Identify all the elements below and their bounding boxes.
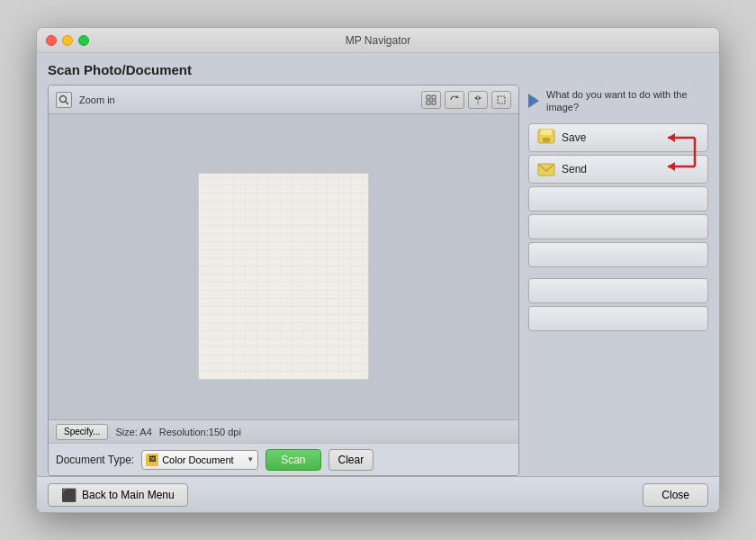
svg-rect-2 (427, 95, 430, 99)
send-icon (536, 160, 556, 178)
save-action-button[interactable]: Save (528, 123, 708, 152)
maximize-window-button[interactable] (78, 35, 89, 46)
doc-type-row: Document Type: 🖼 Color Document ▼ Scan C… (49, 443, 518, 475)
close-window-button[interactable] (46, 35, 57, 46)
minimize-window-button[interactable] (62, 35, 73, 46)
action-empty-1 (528, 186, 708, 212)
scan-document (198, 173, 369, 380)
close-button[interactable]: Close (643, 483, 708, 507)
svg-rect-5 (432, 101, 436, 104)
specify-button[interactable]: Specify... (56, 424, 108, 440)
action-empty-3 (528, 242, 708, 267)
right-panel-title: What do you want to do with the image? (546, 88, 708, 114)
right-panel: What do you want to do with the image? S (528, 85, 708, 476)
svg-rect-3 (432, 95, 436, 99)
mirror-button[interactable] (468, 91, 488, 109)
svg-marker-9 (479, 96, 482, 100)
svg-point-0 (60, 95, 67, 102)
svg-line-1 (66, 101, 69, 104)
save-icon (536, 129, 556, 147)
main-row: Zoom in (48, 85, 708, 476)
page-title: Scan Photo/Document (48, 62, 708, 77)
window-title: MP Navigator (346, 34, 410, 47)
blue-arrow-icon (528, 94, 539, 108)
back-label: Back to Main Menu (82, 489, 175, 501)
title-bar: MP Navigator (37, 28, 719, 53)
scan-document-content (199, 174, 368, 379)
traffic-lights (46, 35, 89, 46)
svg-rect-4 (427, 101, 430, 104)
right-panel-header: What do you want to do with the image? (528, 85, 708, 120)
action-empty-5 (528, 306, 708, 331)
doc-type-label: Document Type: (56, 454, 134, 466)
zoom-icon (56, 92, 72, 108)
content-area: Scan Photo/Document Zoom in (37, 53, 719, 476)
rotate-button[interactable] (445, 91, 464, 109)
scan-preview (49, 114, 518, 419)
toolbar-icons (421, 91, 511, 109)
scan-button[interactable]: Scan (266, 449, 320, 471)
zoom-label: Zoom in (79, 94, 414, 105)
svg-rect-13 (543, 138, 550, 142)
doc-type-dropdown-arrow: ▼ (247, 455, 254, 464)
doc-type-value: Color Document (162, 454, 243, 465)
svg-rect-12 (541, 130, 552, 135)
svg-marker-8 (474, 96, 477, 100)
back-arrow-icon: ⬛ (61, 488, 76, 502)
size-text: Size: A4 (115, 427, 151, 437)
crop-button[interactable] (491, 91, 511, 109)
main-window: MP Navigator Scan Photo/Document Zoom in (36, 27, 720, 513)
send-label: Send (562, 163, 587, 176)
doc-type-icon: 🖼 (146, 454, 158, 466)
action-empty-4 (528, 278, 708, 303)
scan-status-bar: Specify... Size: A4 Resolution:150 dpi (49, 419, 518, 443)
bottom-bar: ⬛ Back to Main Menu Close (37, 476, 719, 512)
clear-button[interactable]: Clear (328, 449, 374, 471)
action-empty-2 (528, 214, 708, 239)
resolution-text: Resolution:150 dpi (159, 427, 241, 437)
back-to-main-button[interactable]: ⬛ Back to Main Menu (48, 483, 188, 507)
save-label: Save (562, 131, 586, 144)
scan-toolbar: Zoom in (49, 86, 518, 114)
send-action-button[interactable]: Send (528, 155, 708, 184)
doc-type-select[interactable]: 🖼 Color Document ▼ (141, 450, 258, 470)
action-buttons: Save Send (528, 123, 708, 331)
svg-rect-10 (498, 96, 505, 104)
grid-view-button[interactable] (421, 91, 441, 109)
scan-panel: Zoom in (48, 85, 519, 476)
